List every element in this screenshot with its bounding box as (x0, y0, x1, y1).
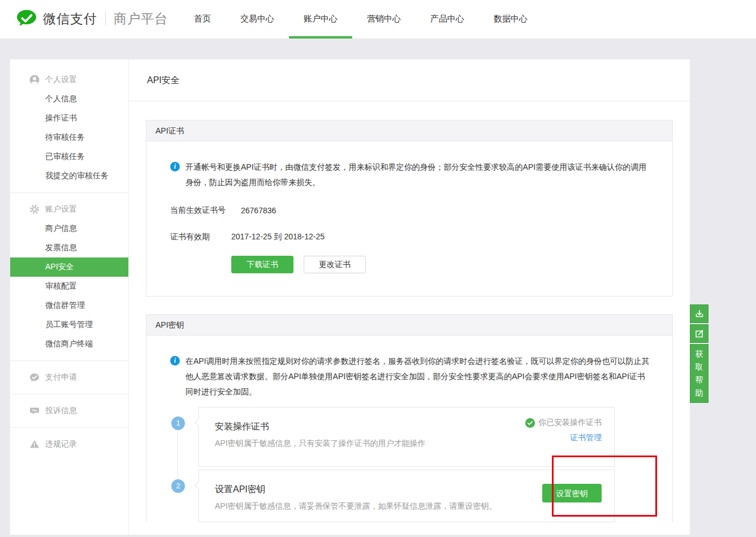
sidebar-item-violation-records[interactable]: 违规记录 (10, 435, 128, 454)
api-cert-section-title: API证书 (146, 121, 672, 141)
sidebar-item-payment-application[interactable]: 支付申请 (10, 368, 128, 387)
check-circle-icon (525, 418, 535, 428)
step-1-badge: 1 (171, 416, 185, 430)
sidebar-item-operation-cert[interactable]: 操作证书 (10, 109, 128, 128)
api-cert-info-text: 开通帐号和更换API证书时，由微信支付签发，用来标识和界定你的身份；部分安全性要… (185, 160, 650, 190)
cert-management-link[interactable]: 证书管理 (525, 433, 602, 443)
nav-transaction-center[interactable]: 交易中心 (226, 0, 289, 38)
step-set-api-key: 2 设置API密钥 API密钥属于敏感信息，请妥善保管不要泄露，如果怀疑信息泄露… (170, 470, 672, 522)
get-help-button[interactable]: 获取帮助 (690, 344, 709, 403)
step-2-desc: API密钥属于敏感信息，请妥善保管不要泄露，如果怀疑信息泄露，请重设密钥。 (215, 501, 601, 512)
sidebar: 个人设置 个人信息 操作证书 待审核任务 已审核任务 我提交的审核任务 账户设置… (10, 59, 129, 535)
main-content: API安全 API证书 i 开通帐号和更换API证书时，由微信支付签发，用来标识… (129, 59, 690, 535)
nav-home[interactable]: 首页 (179, 0, 226, 38)
nav-marketing-center[interactable]: 营销中心 (352, 0, 416, 38)
api-key-section: API密钥 i 在API调用时用来按照指定规则对你的请求参数进行签名，服务器收到… (146, 314, 673, 522)
feedback-float-button[interactable] (690, 324, 709, 343)
step-box-notch (195, 482, 202, 489)
sidebar-divider (10, 427, 128, 428)
sidebar-item-wechat-group-mgmt[interactable]: 微信群管理 (10, 296, 128, 315)
sidebar-divider (10, 394, 128, 394)
user-icon (29, 75, 40, 85)
gear-icon (29, 204, 40, 214)
sidebar-item-staff-account-mgmt[interactable]: 员工账号管理 (10, 315, 128, 334)
sidebar-group-title: 个人设置 (45, 75, 77, 85)
chat-icon (29, 372, 40, 383)
sidebar-link-label: 投诉信息 (45, 406, 77, 416)
info-icon: i (170, 162, 180, 171)
sidebar-item-merchant-info[interactable]: 商户信息 (10, 219, 128, 238)
edit-icon (694, 329, 705, 339)
cert-validity-value: 2017-12-25 到 2018-12-25 (231, 232, 325, 242)
api-cert-section: API证书 i 开通帐号和更换API证书时，由微信支付签发，用来标识和界定你的身… (146, 120, 673, 297)
api-key-steps: 1 安装操作证书 API密钥属于敏感信息，只有安装了操作证书的用户才能操作 (170, 407, 672, 522)
comment-icon (29, 406, 40, 416)
download-float-button[interactable] (690, 304, 709, 323)
warning-icon (29, 439, 40, 449)
sidebar-item-merchant-terminal[interactable]: 微信商户终端 (10, 334, 128, 354)
sidebar-divider (10, 360, 128, 361)
set-api-key-button[interactable]: 设置密钥 (542, 484, 602, 502)
step-box-notch (195, 419, 202, 427)
sidebar-item-complaint-info[interactable]: 投诉信息 (10, 401, 128, 420)
portal-name: 商户平台 (114, 10, 168, 28)
sidebar-item-invoice-info[interactable]: 发票信息 (10, 238, 128, 257)
top-header: 微信支付 商户平台 首页 交易中心 账户中心 营销中心 产品中心 数据中心 (0, 0, 756, 38)
step-2-badge: 2 (171, 479, 185, 493)
cert-number-label: 当前生效证书号 (170, 205, 231, 216)
sidebar-item-reviewed-tasks[interactable]: 已审核任务 (10, 147, 128, 166)
sidebar-group-personal-settings[interactable]: 个人设置 (10, 70, 128, 89)
sidebar-item-api-security[interactable]: API安全 (10, 257, 128, 277)
get-help-label: 获取帮助 (695, 347, 704, 399)
sidebar-item-my-submitted-tasks[interactable]: 我提交的审核任务 (10, 166, 128, 186)
download-cert-button[interactable]: 下载证书 (231, 256, 293, 273)
sidebar-item-review-config[interactable]: 审核配置 (10, 277, 128, 296)
sidebar-group-account-settings[interactable]: 账户设置 (10, 200, 128, 219)
sidebar-item-personal-info[interactable]: 个人信息 (10, 89, 128, 109)
page-title: API安全 (129, 59, 690, 101)
brand-logo: 微信支付 商户平台 (16, 9, 168, 28)
cert-validity-label: 证书有效期 (170, 232, 231, 242)
nav-account-center[interactable]: 账户中心 (289, 0, 352, 38)
api-key-section-title: API密钥 (146, 315, 672, 336)
info-icon: i (170, 356, 180, 366)
logo-divider (105, 12, 106, 25)
sidebar-item-pending-tasks[interactable]: 待审核任务 (10, 128, 128, 147)
cert-number-value: 26767836 (241, 206, 276, 215)
sidebar-group-title: 账户设置 (45, 204, 77, 214)
api-key-info-text: 在API调用时用来按照指定规则对你的请求参数进行签名，服务器收到你的请求时会进行… (185, 354, 650, 399)
main-nav: 首页 交易中心 账户中心 营销中心 产品中心 数据中心 (179, 0, 542, 38)
step-install-cert: 1 安装操作证书 API密钥属于敏感信息，只有安装了操作证书的用户才能操作 (170, 407, 672, 467)
sidebar-link-label: 违规记录 (45, 439, 77, 449)
change-cert-button[interactable]: 更改证书 (304, 256, 366, 273)
sidebar-link-label: 支付申请 (45, 372, 77, 383)
nav-product-center[interactable]: 产品中心 (416, 0, 479, 38)
download-icon (694, 309, 705, 319)
sidebar-divider (10, 192, 128, 193)
wechat-pay-logo-icon (16, 9, 37, 28)
nav-data-center[interactable]: 数据中心 (479, 0, 542, 38)
brand-name: 微信支付 (43, 10, 97, 28)
step-1-status-text: 你已安装操作证书 (538, 418, 602, 428)
